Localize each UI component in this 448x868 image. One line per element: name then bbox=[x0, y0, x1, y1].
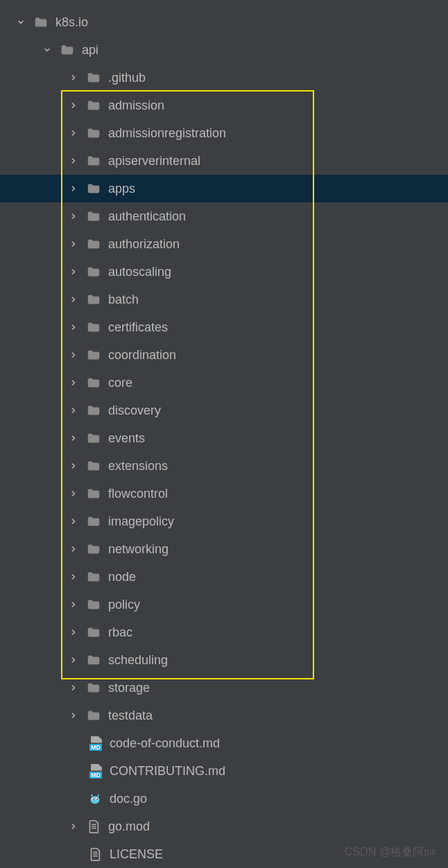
chevron-right-icon[interactable] bbox=[68, 377, 79, 388]
folder-icon bbox=[86, 652, 101, 668]
tree-item[interactable]: core bbox=[0, 369, 448, 397]
markdown-icon: MD bbox=[87, 763, 103, 779]
tree-item[interactable]: .github bbox=[0, 64, 448, 92]
tree-item[interactable]: imagepolicy bbox=[0, 507, 448, 535]
tree-item[interactable]: apiserverinternal bbox=[0, 147, 448, 175]
folder-icon bbox=[86, 708, 101, 723]
chevron-right-icon[interactable] bbox=[68, 294, 79, 305]
tree-item-root[interactable]: k8s.io bbox=[0, 8, 448, 36]
tree-item-label: k8s.io bbox=[55, 15, 88, 30]
chevron-right-icon[interactable] bbox=[68, 821, 79, 832]
chevron-right-icon[interactable] bbox=[68, 599, 79, 610]
chevron-down-icon[interactable] bbox=[42, 44, 53, 55]
chevron-right-icon[interactable] bbox=[68, 72, 79, 83]
chevron-right-icon[interactable] bbox=[68, 238, 79, 250]
folder-icon bbox=[86, 264, 101, 279]
folder-icon bbox=[86, 181, 101, 196]
chevron-right-icon[interactable] bbox=[68, 349, 79, 361]
tree-item-label: authentication bbox=[108, 209, 186, 224]
folder-icon bbox=[86, 125, 101, 141]
chevron-right-icon[interactable] bbox=[68, 460, 79, 471]
tree-item[interactable]: node bbox=[0, 563, 448, 591]
folder-icon bbox=[86, 514, 101, 529]
tree-item-label: scheduling bbox=[108, 653, 168, 668]
tree-item-label: flowcontrol bbox=[108, 487, 168, 501]
tree-item-label: rbac bbox=[108, 625, 132, 640]
chevron-right-icon[interactable] bbox=[68, 571, 79, 582]
file-tree: k8s.io api .githubadmissionadmissionregi… bbox=[0, 0, 448, 868]
folder-icon bbox=[86, 458, 101, 474]
folder-icon bbox=[33, 15, 49, 30]
tree-item[interactable]: extensions bbox=[0, 452, 448, 480]
tree-item[interactable]: rbac bbox=[0, 618, 448, 646]
chevron-down-icon[interactable] bbox=[15, 17, 26, 28]
folder-icon bbox=[86, 625, 101, 640]
chevron-right-icon[interactable] bbox=[68, 183, 79, 194]
chevron-right-icon[interactable] bbox=[68, 654, 79, 666]
tree-item[interactable]: storage bbox=[0, 674, 448, 702]
tree-item-label: networking bbox=[108, 542, 169, 557]
chevron-right-icon[interactable] bbox=[68, 488, 79, 499]
folder-icon bbox=[86, 320, 101, 335]
watermark-text: CSDN @格桑阿sir bbox=[345, 845, 436, 860]
chevron-right-icon[interactable] bbox=[68, 433, 79, 444]
tree-item[interactable]: networking bbox=[0, 535, 448, 563]
tree-item[interactable]: events bbox=[0, 424, 448, 452]
chevron-right-icon[interactable] bbox=[68, 544, 79, 555]
folder-icon bbox=[86, 569, 101, 584]
folder-icon bbox=[86, 153, 101, 168]
tree-item[interactable]: admission bbox=[0, 92, 448, 119]
folder-icon bbox=[60, 42, 75, 58]
folder-icon bbox=[86, 347, 101, 363]
chevron-right-icon[interactable] bbox=[68, 322, 79, 333]
tree-item-label: .github bbox=[108, 71, 146, 85]
tree-item-label: code-of-conduct.md bbox=[110, 736, 220, 751]
chevron-right-icon[interactable] bbox=[68, 128, 79, 139]
chevron-right-icon[interactable] bbox=[68, 710, 79, 721]
tree-item[interactable]: admissionregistration bbox=[0, 119, 448, 147]
chevron-right-icon[interactable] bbox=[68, 155, 79, 166]
go-gopher-icon bbox=[87, 791, 103, 806]
tree-item[interactable]: scheduling bbox=[0, 646, 448, 674]
folder-icon bbox=[86, 597, 101, 612]
tree-item[interactable]: autoscaling bbox=[0, 258, 448, 286]
tree-item[interactable]: apps bbox=[0, 175, 448, 202]
tree-item[interactable]: coordination bbox=[0, 341, 448, 369]
tree-item-label: admission bbox=[108, 98, 164, 113]
chevron-right-icon[interactable] bbox=[68, 682, 79, 693]
folder-icon bbox=[86, 292, 101, 307]
tree-item-label: batch bbox=[108, 293, 139, 307]
tree-item-label: apps bbox=[108, 182, 135, 196]
svg-point-0 bbox=[91, 796, 100, 804]
chevron-right-icon[interactable] bbox=[68, 266, 79, 277]
chevron-right-icon[interactable] bbox=[68, 405, 79, 416]
tree-item[interactable]: MDcode-of-conduct.md bbox=[0, 729, 448, 757]
tree-item[interactable]: authentication bbox=[0, 202, 448, 230]
tree-item[interactable]: testdata bbox=[0, 702, 448, 729]
svg-point-3 bbox=[93, 799, 94, 800]
tree-item-label: core bbox=[108, 376, 132, 390]
tree-item[interactable]: authorization bbox=[0, 230, 448, 258]
tree-item[interactable]: certificates bbox=[0, 313, 448, 341]
chevron-right-icon[interactable] bbox=[68, 627, 79, 638]
chevron-right-icon[interactable] bbox=[68, 211, 79, 222]
tree-item[interactable]: doc.go bbox=[0, 785, 448, 813]
tree-item-label: api bbox=[82, 43, 98, 58]
tree-item-label: autoscaling bbox=[108, 265, 171, 279]
tree-item-label: authorization bbox=[108, 237, 180, 252]
tree-item[interactable]: go.mod bbox=[0, 813, 448, 840]
tree-item-label: coordination bbox=[108, 348, 176, 363]
chevron-right-icon[interactable] bbox=[68, 516, 79, 527]
tree-item[interactable]: MDCONTRIBUTING.md bbox=[0, 757, 448, 785]
chevron-right-icon[interactable] bbox=[68, 100, 79, 111]
tree-item[interactable]: discovery bbox=[0, 397, 448, 424]
tree-item-api[interactable]: api bbox=[0, 36, 448, 64]
tree-item[interactable]: policy bbox=[0, 591, 448, 618]
tree-item-label: certificates bbox=[108, 320, 168, 335]
folder-icon bbox=[86, 680, 101, 695]
svg-point-4 bbox=[96, 799, 98, 800]
tree-item[interactable]: batch bbox=[0, 286, 448, 313]
tree-item-label: LICENSE bbox=[110, 847, 163, 862]
tree-item[interactable]: flowcontrol bbox=[0, 480, 448, 507]
tree-item-label: node bbox=[108, 570, 136, 584]
